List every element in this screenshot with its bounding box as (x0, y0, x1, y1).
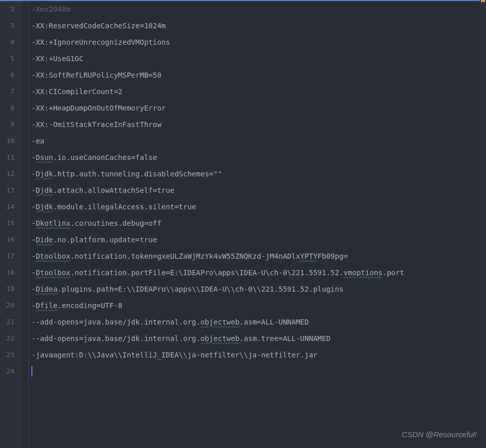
code-text: .plugins.path=E:\\IDEAPro\\apps\\IDEA-U\… (58, 285, 344, 293)
typo-word: Dtoolbox (35, 252, 70, 260)
code-line[interactable]: -XX:-OmitStackTraceInFastThrow (31, 116, 486, 133)
code-line[interactable]: -Dsun.io.useCanonCaches=false (31, 149, 486, 166)
line-number-gutter: 23456789101112131415161718192021222324 (0, 1, 20, 448)
code-line[interactable]: -Djdk.module.illegalAccess.silent=true (31, 199, 486, 215)
code-line[interactable]: -XX:CICompilerCount=2 (31, 83, 486, 100)
code-text: -XX:+IgnoreUnrecognizedVMOptions (31, 38, 170, 46)
code-line[interactable]: -Djdk.http.auth.tunneling.disabledScheme… (31, 166, 486, 182)
line-number: 5 (4, 50, 14, 67)
code-text: -ea (31, 137, 44, 145)
indent-guide (28, 1, 29, 448)
line-number: 21 (4, 314, 14, 330)
typo-word: Didea (35, 285, 57, 293)
typo-word: Dtoolbox (35, 268, 70, 277)
code-text: --add-opens=java.base/jdk.internal.org. (31, 334, 201, 343)
typo-word: Dide (35, 236, 53, 244)
line-number: 10 (4, 133, 14, 149)
code-text: .no.platform.update=true (53, 236, 157, 244)
code-text: .http.auth.tunneling.disabledSchemes="" (53, 170, 222, 178)
warning-marker-icon[interactable] (481, 0, 485, 2)
line-number: 23 (4, 347, 14, 363)
code-line[interactable]: -XX:+UseG1GC (31, 50, 486, 67)
scrollbar-track[interactable] (480, 0, 486, 448)
code-line[interactable]: --add-opens=java.base/jdk.internal.org.o… (31, 314, 486, 330)
text-cursor (31, 366, 32, 377)
code-text: Fb09pg= (317, 252, 348, 260)
typo-word: YPTY (300, 252, 318, 260)
code-text: .notification.token=gxeULZaWjMzYk4vW55ZN… (70, 252, 300, 260)
code-line[interactable]: -Xmx2048m (31, 1, 486, 17)
code-line[interactable]: -XX:ReservedCodeCacheSize=1024m (31, 17, 486, 34)
code-line[interactable]: -Didea.plugins.path=E:\\IDEAPro\\apps\\I… (31, 281, 486, 297)
code-text: -XX:ReservedCodeCacheSize=1024m (31, 22, 166, 30)
code-text: -XX:CICompilerCount=2 (31, 87, 122, 96)
line-number: 11 (4, 149, 14, 166)
line-number: 17 (4, 248, 14, 264)
line-number: 20 (4, 297, 14, 314)
code-line[interactable]: -Dfile.encoding=UTF-8 (31, 297, 486, 314)
code-line[interactable]: --add-opens=java.base/jdk.internal.org.o… (31, 330, 486, 347)
typo-word: Dkotlinx (35, 219, 70, 227)
line-number: 16 (4, 231, 14, 248)
line-number: 15 (4, 215, 14, 231)
watermark-text: CSDN @Resourceful! (402, 430, 477, 439)
typo-word: vmoptions (344, 268, 383, 277)
line-number: 19 (4, 281, 14, 297)
code-text: .encoding=UTF-8 (58, 301, 122, 310)
line-number: 8 (4, 100, 14, 116)
code-text: .asm=ALL-UNNAMED (240, 318, 309, 326)
line-number: 4 (4, 34, 14, 50)
code-text: .io.useCanonCaches=false (53, 153, 157, 162)
line-number: 12 (4, 166, 14, 182)
code-area[interactable]: -Xmx2048m-XX:ReservedCodeCacheSize=1024m… (20, 1, 486, 448)
code-text: -XX:SoftRefLRUPolicyMSPerMB=50 (31, 71, 161, 79)
code-line[interactable]: -Dtoolbox.notification.token=gxeULZaWjMz… (31, 248, 486, 264)
code-line[interactable]: -XX:SoftRefLRUPolicyMSPerMB=50 (31, 67, 486, 83)
code-text: --add-opens=java.base/jdk.internal.org. (31, 318, 201, 326)
line-number: 2 (4, 1, 14, 17)
code-text: -javaagent:D:\\Java\\IntelliJ_IDEA\\ja-n… (31, 351, 317, 359)
code-line[interactable]: -Dide.no.platform.update=true (31, 231, 486, 248)
code-text: .asm.tree=ALL-UNNAMED (240, 334, 331, 343)
typo-word: Djdk (35, 170, 53, 178)
code-text: -XX:-OmitStackTraceInFastThrow (31, 120, 161, 129)
code-text: -XX:+UseG1GC (31, 55, 83, 63)
line-number: 6 (4, 67, 14, 83)
code-text: .coroutines.debug=off (70, 219, 161, 227)
typo-word: objectweb (201, 318, 240, 326)
code-line[interactable]: -XX:+IgnoreUnrecognizedVMOptions (31, 34, 486, 50)
code-text: .attach.allowAttachSelf=true (53, 186, 174, 194)
code-line[interactable]: -XX:+HeapDumpOnOutOfMemoryError (31, 100, 486, 116)
typo-word: Djdk (35, 186, 53, 194)
line-number: 9 (4, 116, 14, 133)
code-text: .module.illegalAccess.silent=true (53, 203, 196, 211)
code-text: -XX:+HeapDumpOnOutOfMemoryError (31, 104, 166, 112)
line-number: 7 (4, 83, 14, 100)
typo-word: Djdk (35, 203, 53, 211)
code-line[interactable]: -Dkotlinx.coroutines.debug=off (31, 215, 486, 231)
code-line[interactable] (31, 363, 486, 380)
line-number: 24 (4, 363, 14, 380)
editor-container: 23456789101112131415161718192021222324 -… (0, 0, 486, 448)
code-line[interactable]: -Djdk.attach.allowAttachSelf=true (31, 182, 486, 199)
typo-word: Dfile (35, 301, 57, 310)
code-line[interactable]: -Dtoolbox.notification.portFile=E:\IDEAP… (31, 264, 486, 281)
line-number: 18 (4, 264, 14, 281)
code-text: -Xmx2048m (31, 5, 70, 13)
line-number: 14 (4, 199, 14, 215)
line-number: 3 (4, 17, 14, 34)
code-line[interactable]: -ea (31, 133, 486, 149)
line-number: 22 (4, 330, 14, 347)
code-line[interactable]: -javaagent:D:\\Java\\IntelliJ_IDEA\\ja-n… (31, 347, 486, 363)
code-text: .notification.portFile=E:\IDEAPro\apps\I… (70, 268, 344, 277)
line-number: 13 (4, 182, 14, 199)
typo-word: Dsun (35, 153, 53, 162)
typo-word: objectweb (201, 334, 240, 343)
code-text: .port (383, 268, 404, 277)
